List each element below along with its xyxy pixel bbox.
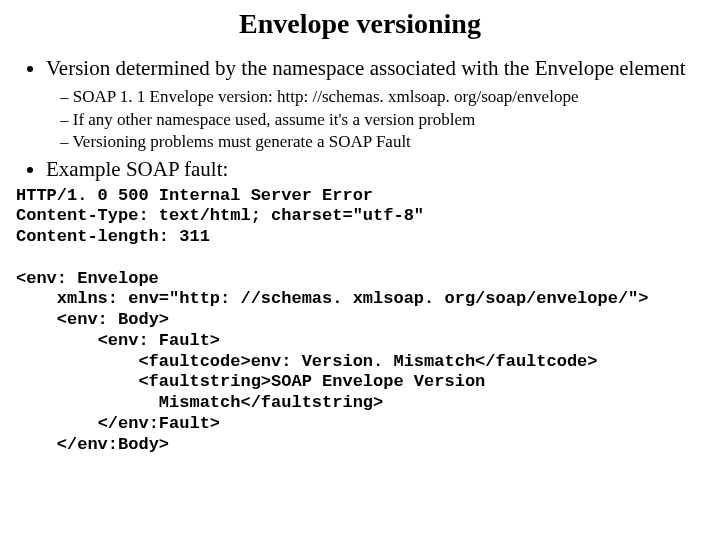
bullet-item: Version determined by the namespace asso… <box>46 56 710 153</box>
bullet-text: Version determined by the namespace asso… <box>46 56 686 80</box>
bullet-list: Version determined by the namespace asso… <box>18 56 710 182</box>
bullet-item: Example SOAP fault: <box>46 157 710 182</box>
sub-bullet-list: SOAP 1. 1 Envelope version: http: //sche… <box>60 87 710 153</box>
sub-bullet-item: If any other namespace used, assume it's… <box>60 110 710 131</box>
code-block: HTTP/1. 0 500 Internal Server Error Cont… <box>16 186 710 456</box>
sub-bullet-item: Versioning problems must generate a SOAP… <box>60 132 710 153</box>
sub-bullet-item: SOAP 1. 1 Envelope version: http: //sche… <box>60 87 710 108</box>
slide-title: Envelope versioning <box>10 8 710 40</box>
slide: Envelope versioning Version determined b… <box>0 8 720 455</box>
